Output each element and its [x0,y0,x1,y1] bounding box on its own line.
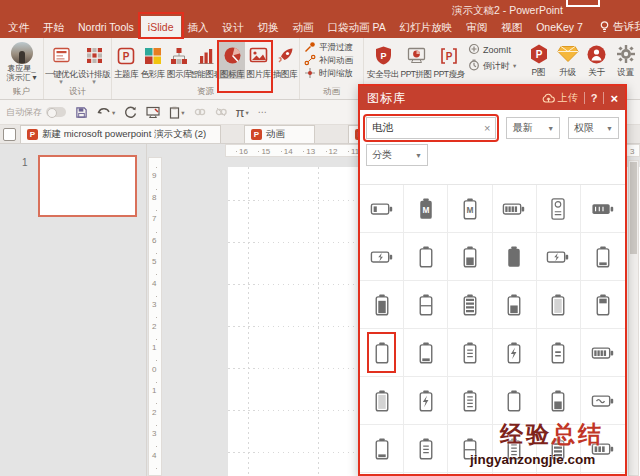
help-button[interactable]: ? [591,92,598,104]
menu-tab-插入[interactable]: 插入 [181,16,216,38]
battery-h-bolt-icon[interactable] [537,233,581,281]
ribbon-button-插图库[interactable]: 插图库 [272,41,299,79]
ribbon-button-时间缩放[interactable]: 时间缩放 [304,67,363,80]
ribbon-button-主题库[interactable]: P主题库 [113,41,140,79]
account-avatar[interactable] [11,42,33,64]
tell-me-box[interactable]: 告诉我你想要做什么 [600,16,640,38]
autosave-toggle[interactable] [46,107,66,117]
battery-v-half-icon[interactable] [448,233,492,281]
battery-v-empty-icon[interactable] [493,473,537,474]
battery-v-bolt-icon[interactable] [404,377,448,425]
battery-h-bars-icon[interactable] [581,425,625,473]
ribbon-button-图标库[interactable]: 图标库 [219,41,246,79]
permission-dropdown[interactable]: 权限▼ [568,117,619,139]
battery-v-empty-icon[interactable] [493,377,537,425]
qat-overflow-button[interactable]: ⋯ [258,106,267,119]
battery-h-wave-icon[interactable] [581,377,625,425]
ribbon-button-智能图表[interactable]: 智能图表 [192,41,219,79]
close-icon[interactable]: × [610,92,618,105]
start-slideshow-button[interactable] [146,106,160,118]
battery-v-empty-icon[interactable] [404,233,448,281]
battery-v-full-icon[interactable] [493,233,537,281]
battery-h-full-icon[interactable] [537,473,581,474]
battery-v-low-icon[interactable] [404,329,448,377]
battery-v-low-icon[interactable] [581,233,625,281]
menu-tab-开始[interactable]: 开始 [36,16,71,38]
search-input[interactable]: 电池 × [366,117,496,139]
battery-v-bolt-icon[interactable] [493,329,537,377]
panel-header[interactable]: 图标库 上传 ? × [360,86,625,110]
upload-button[interactable]: 上传 [542,91,578,105]
ribbon-button-平滑过渡[interactable]: 平滑过渡 [304,41,363,54]
battery-v-divided-icon[interactable] [448,425,492,473]
search-clear-icon[interactable]: × [484,122,490,134]
battery-h-full-icon[interactable] [581,185,625,233]
battery-v-lines-icon[interactable] [404,425,448,473]
battery-v-striped-icon[interactable] [448,281,492,329]
battery-h-bolt-icon[interactable] [448,473,492,474]
scrollbar-thumb[interactable] [630,162,637,254]
battery-h-bolt-icon[interactable] [360,233,404,281]
battery-v-high-icon[interactable] [360,281,404,329]
autosave-control[interactable]: 自动保存 [6,106,66,119]
undo-button[interactable]: ▾ [97,106,115,119]
ribbon-button-zoomit[interactable]: ZoomIt [468,43,524,57]
equation-button[interactable]: π▾ [236,106,249,119]
equation-caret-icon[interactable]: ▾ [246,106,249,119]
battery-h-low-icon[interactable] [360,185,404,233]
menu-tab-islide[interactable]: iSlide [141,16,181,38]
menu-tab-文件[interactable]: 文件 [1,16,36,38]
battery-v-pack-icon[interactable] [537,185,581,233]
document-tab[interactable]: P新建 microsoft powerpoint 演示文稿 (2) [20,125,221,143]
undo-caret-icon[interactable]: ▾ [112,106,115,119]
ribbon-button-一键优化[interactable]: 一键优化▾ [45,41,78,85]
save-button[interactable] [75,106,88,119]
battery-v-top-icon[interactable] [581,281,625,329]
ribbon-button-图示库[interactable]: 图示库 [166,41,193,79]
battery-h-bars4-icon[interactable] [581,329,625,377]
battery-v-m-full-icon[interactable]: M [404,185,448,233]
menu-tab-审阅[interactable]: 审阅 [459,16,494,38]
sort-dropdown[interactable]: 最新▼ [506,117,560,139]
menu-tab-设计[interactable]: 设计 [216,16,251,38]
battery-v-lines4-icon[interactable] [493,425,537,473]
ribbon-button-补间动画[interactable]: 补间动画 [304,54,363,67]
battery-v-divided-icon[interactable] [404,281,448,329]
battery-v-lines-icon[interactable] [448,329,492,377]
battery-v-half-icon[interactable] [493,281,537,329]
battery-v-striped-icon[interactable] [537,425,581,473]
format-painter-button[interactable]: ▾ [169,106,184,119]
menu-tab-幻灯片放映[interactable]: 幻灯片放映 [393,16,460,38]
vertical-scrollbar[interactable] [628,160,639,476]
battery-v-m-icon[interactable]: M [448,185,492,233]
battery-h-low-icon[interactable] [404,473,448,474]
battery-h-empty-icon[interactable] [581,473,625,474]
ribbon-button-设计排版[interactable]: 设计排版▾ [78,41,111,85]
category-dropdown[interactable]: 分类▼ [366,144,428,166]
battery-v-lines4-icon[interactable] [448,377,492,425]
tab-list-icon[interactable] [3,128,16,141]
menu-tab-口袋动画-pa[interactable]: 口袋动画 PA [321,16,393,38]
menu-tab-onekey-7[interactable]: OneKey 7 [529,16,590,38]
ribbon-button-色彩库[interactable]: 色彩库 [139,41,166,79]
battery-v-dotted-icon[interactable] [537,281,581,329]
format-painter-caret-icon[interactable]: ▾ [181,106,184,119]
slide-thumbnail[interactable] [38,155,137,217]
battery-v-low-icon[interactable] [360,425,404,473]
battery-h-bars4-icon[interactable] [493,185,537,233]
battery-v-empty-icon[interactable] [360,329,404,377]
ribbon-button-图片库[interactable]: 图片库 [245,41,272,79]
redo-button[interactable] [124,106,137,119]
battery-v-equals-icon[interactable] [537,329,581,377]
ribbon-button-倒计时[interactable]: 倒计时▾ [468,59,524,73]
menu-tab-视图[interactable]: 视图 [494,16,529,38]
ribbon-button-ppt瘦身[interactable]: PPPT瘦身 [433,41,466,79]
battery-v-half-icon[interactable] [537,377,581,425]
menu-tab-动画[interactable]: 动画 [286,16,321,38]
menu-tab-nordri-tools[interactable]: Nordri Tools [71,16,141,38]
menu-tab-切换[interactable]: 切换 [251,16,286,38]
battery-v-dotted-icon[interactable] [360,377,404,425]
ribbon-button-ppt拼图[interactable]: PPT拼图 [400,41,433,79]
battery-h-bars4-icon[interactable] [360,473,404,474]
ribbon-button-安全导出[interactable]: P安全导出 [367,41,400,79]
